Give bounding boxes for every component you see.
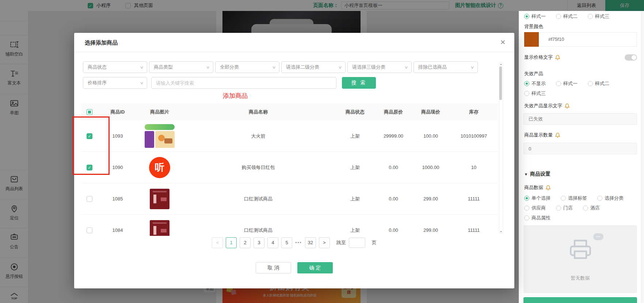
chevron-down-icon: ∨ [272,65,276,70]
column-header: 商品状态 [346,109,365,115]
table-row: 1085口红测试商品上架0.00299.0011111 [81,183,498,215]
product-id: 1090 [113,165,123,170]
product-id: 1093 [113,133,123,139]
product-data-label: 商品数据 [524,184,551,191]
radio-icon [524,81,529,86]
radio-icon [561,196,566,201]
invalid-text-label: 失效产品显示文字 [524,103,570,109]
page-number-3[interactable]: 3 [254,237,264,248]
table-row: ✓1090听购买领每日红包上架0.001000.0010 [81,152,498,183]
alert-bell-icon [564,103,570,109]
prev-page-icon[interactable]: < [212,237,223,248]
keyword-search-input[interactable] [151,77,336,89]
ellipsis-bubble-icon: ••• [593,233,603,240]
filter-select-5[interactable]: 请选择三级分类∨ [347,61,412,73]
page-number-last[interactable]: 32 [305,237,316,248]
product-price: 299.00 [423,196,438,202]
invalid-product-option[interactable]: 样式一 [556,80,578,87]
cancel-button[interactable]: 取 消 [256,262,291,273]
bg-color-value[interactable]: #f75f10 [539,32,637,47]
show-price-label: 显示价格文字 [524,54,560,61]
pagination: <12345•••32>跳至页 [74,237,514,248]
filter-select-2[interactable]: 商品类型∨ [149,61,213,73]
page-number-1[interactable]: 1 [226,237,237,248]
panel-bottom-button[interactable] [523,297,637,303]
show-price-toggle[interactable] [625,54,637,61]
page-number-5[interactable]: 5 [281,237,292,248]
red-annotation-rectangle [72,116,110,175]
row-checkbox[interactable] [87,196,92,202]
column-header: 商品现价 [421,109,440,115]
display-count-input[interactable] [523,143,637,154]
style-option[interactable]: 样式一 [524,13,546,20]
product-data-option[interactable]: 选择分类 [597,195,624,202]
product-status: 上架 [350,196,360,202]
scroll-up-icon[interactable]: ▲ [499,63,503,65]
radio-icon [524,206,529,211]
row-checkbox[interactable] [87,227,92,233]
display-count-label: 商品显示数量 [524,132,560,138]
product-name: 大火箭 [251,133,266,139]
style-option[interactable]: 样式三 [588,13,609,20]
column-header: 商品ID [111,109,125,115]
filter-select-3[interactable]: 全部分类∨ [215,61,279,73]
product-image [150,220,169,236]
filter-select-1[interactable]: 商品状态∨ [83,61,147,73]
panel-scrollbar[interactable] [641,11,644,303]
product-data-option[interactable]: 选择标签 [561,195,587,202]
empty-data-box: ••• 暂无数据 [523,225,637,293]
product-data-option[interactable]: 单个选择 [524,195,550,202]
column-header: 商品图片 [150,109,169,115]
product-id: 1085 [113,196,123,202]
invalid-product-option[interactable]: 不显示 [524,80,546,87]
column-header: 商品原价 [384,109,403,115]
radio-icon [524,196,529,201]
product-price: 299.00 [423,227,438,233]
next-page-icon[interactable]: > [319,237,330,248]
product-name: 口红测试商品 [244,196,273,202]
product-price: 100.00 [423,133,438,139]
radio-icon [597,196,602,201]
radio-icon [588,81,593,86]
jump-page-input[interactable] [349,238,365,248]
modal-title: 选择添加商品 [85,33,118,52]
product-id: 1084 [113,227,123,233]
scrollbar-thumb[interactable] [499,66,502,100]
product-data-option[interactable]: 门店 [556,205,573,211]
page-number-4[interactable]: 4 [267,237,278,248]
product-status: 上架 [350,227,360,234]
invalid-product-option[interactable]: 样式二 [588,80,609,87]
filter-select-6[interactable]: 排除已选商品∨ [414,61,478,73]
product-status: 上架 [350,133,360,139]
bg-color-swatch[interactable] [524,32,539,47]
price-sort-select[interactable]: 价格排序 ∨ [83,77,147,89]
modal-overlay-topbar [519,0,644,11]
pagination-ellipsis-icon: ••• [295,240,302,245]
product-settings-section[interactable]: ▼ 商品设置 [524,171,550,177]
style-option[interactable]: 样式二 [556,13,578,20]
invalid-product-label: 失效产品 [524,70,543,77]
modal-footer: 取 消 确 定 [74,262,514,273]
product-data-option[interactable]: 商品属性 [524,215,550,221]
confirm-button[interactable]: 确 定 [297,262,333,273]
invalid-text-input[interactable] [523,113,637,125]
column-header: 库存 [469,109,479,115]
search-button[interactable]: 搜 索 [342,77,376,89]
chevron-down-icon: ∨ [140,81,144,85]
product-original-price: 0.00 [389,227,398,233]
page-number-2[interactable]: 2 [240,237,251,248]
product-data-option[interactable]: 酒店 [583,205,600,211]
close-icon[interactable]: ✕ [500,39,506,46]
product-stock: 1010100997 [461,133,487,139]
product-table-body: ✓1093大火箭上架29999.00100.001010100997✓1090听… [81,120,498,236]
product-data-option[interactable]: 供应商 [524,205,546,211]
invalid-product-option[interactable]: 样式三 [524,90,546,97]
scroll-down-icon[interactable]: ▼ [499,230,503,233]
radio-icon [588,14,593,19]
product-image [145,124,175,148]
product-name: 购买领每日红包 [242,164,275,171]
filter-select-4[interactable]: 请选择二级分类∨ [281,61,346,73]
invalid-product-radio-group: 不显示样式一样式二样式三 [524,80,609,100]
column-header: 商品名称 [249,109,268,115]
select-all-checkbox[interactable] [87,109,92,115]
